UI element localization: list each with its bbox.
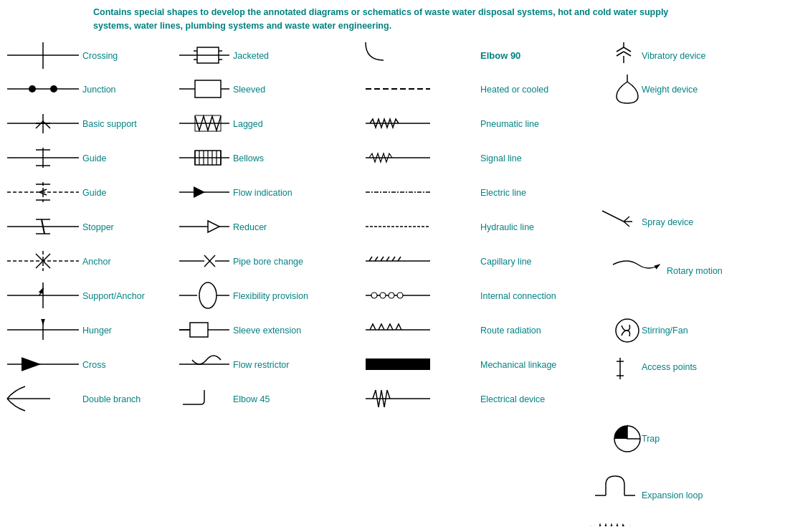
svg-point-66 [199,282,217,308]
svg-marker-59 [208,221,219,232]
svg-rect-97 [366,358,430,370]
svg-text:Electrical device: Electrical device [480,394,545,404]
svg-marker-56 [194,186,205,198]
svg-text:Double branch: Double branch [82,394,141,404]
svg-text:Reducer: Reducer [233,222,267,232]
svg-text:Guide: Guide [82,153,106,163]
svg-text:Flexibility provision: Flexibility provision [233,291,308,301]
svg-text:Pipe bore change: Pipe bore change [233,257,303,267]
svg-text:Sleeve extension: Sleeve extension [233,326,301,336]
svg-text:Pneumatic line: Pneumatic line [480,119,539,129]
svg-point-90 [371,293,377,298]
svg-text:Hydraulic line: Hydraulic line [480,222,534,232]
svg-rect-47 [195,80,221,98]
svg-text:Signal line: Signal line [480,153,522,163]
svg-text:Elbow 45: Elbow 45 [233,394,270,404]
svg-text:Trap: Trap [642,434,660,444]
svg-point-93 [397,293,403,298]
svg-text:Cross: Cross [82,360,106,370]
svg-text:Internal connection: Internal connection [480,291,556,301]
svg-text:Lagged: Lagged [233,119,263,129]
svg-text:Hunger: Hunger [82,326,112,336]
svg-text:Guide: Guide [82,188,106,198]
svg-text:Electric line: Electric line [480,188,526,198]
svg-text:Anchor: Anchor [82,257,111,267]
svg-text:Jacketed: Jacketed [233,51,269,61]
svg-text:Sleeved: Sleeved [233,85,265,95]
svg-rect-70 [190,323,208,337]
svg-text:Weight device: Weight device [642,85,698,95]
header-text: Contains special shapes to develop the a… [0,0,785,39]
svg-text:+: + [588,523,594,526]
svg-point-92 [389,293,394,298]
svg-text:Junction: Junction [82,85,116,95]
svg-text:Access points: Access points [642,362,697,372]
svg-text:Rotary motion: Rotary motion [667,266,723,276]
svg-text:Flexible hose: Flexible hose [642,525,695,526]
svg-text:Heated or cooled: Heated or cooled [480,85,548,95]
svg-text:Stirring/Fan: Stirring/Fan [642,326,688,336]
svg-text:Flow restrictor: Flow restrictor [233,360,289,370]
svg-text:Expansion loop: Expansion loop [642,490,703,500]
svg-text:Support/Anchor: Support/Anchor [82,291,145,301]
svg-text:Flow indication: Flow indication [233,188,292,198]
svg-text:Bellows: Bellows [233,153,264,163]
svg-point-5 [50,85,57,92]
svg-text:Capillary line: Capillary line [480,257,532,267]
svg-point-91 [380,293,386,298]
svg-point-4 [29,85,36,92]
svg-text:Elbow 90: Elbow 90 [480,50,520,61]
svg-text:Mechanical linkage: Mechanical linkage [480,360,556,370]
svg-text:Vibratory device: Vibratory device [642,51,705,61]
svg-text:+: + [627,523,633,526]
svg-text:Basic support: Basic support [82,119,137,129]
svg-text:Route radiation: Route radiation [480,326,541,336]
svg-text:Crossing: Crossing [82,51,118,61]
svg-line-104 [602,211,624,222]
svg-text:Spray device: Spray device [642,217,693,227]
svg-text:Stopper: Stopper [82,222,114,232]
